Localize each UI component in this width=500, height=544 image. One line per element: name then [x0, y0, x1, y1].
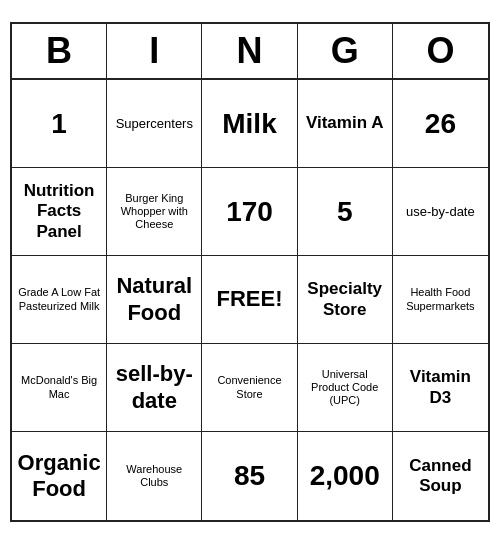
cell-text: use-by-date — [406, 204, 475, 220]
bingo-cell: 2,000 — [298, 432, 393, 520]
cell-text: FREE! — [216, 286, 282, 312]
bingo-cell: Milk — [202, 80, 297, 168]
cell-text: Natural Food — [111, 273, 197, 326]
cell-text: Burger King Whopper with Cheese — [111, 192, 197, 232]
bingo-cell: Health Food Supermarkets — [393, 256, 488, 344]
bingo-cell: Vitamin D3 — [393, 344, 488, 432]
cell-text: 26 — [425, 107, 456, 141]
header-letter: O — [393, 24, 488, 78]
bingo-grid: 1SupercentersMilkVitamin A26Nutrition Fa… — [12, 80, 488, 520]
bingo-cell: 1 — [12, 80, 107, 168]
bingo-cell: McDonald's Big Mac — [12, 344, 107, 432]
cell-text: 170 — [226, 195, 273, 229]
cell-text: Convenience Store — [206, 374, 292, 400]
bingo-cell: Vitamin A — [298, 80, 393, 168]
header-letter: N — [202, 24, 297, 78]
cell-text: 5 — [337, 195, 353, 229]
cell-text: Grade A Low Fat Pasteurized Milk — [16, 286, 102, 312]
bingo-cell: Nutrition Facts Panel — [12, 168, 107, 256]
bingo-cell: Grade A Low Fat Pasteurized Milk — [12, 256, 107, 344]
cell-text: Vitamin A — [306, 113, 383, 133]
bingo-cell: use-by-date — [393, 168, 488, 256]
bingo-cell: sell-by-date — [107, 344, 202, 432]
cell-text: 1 — [51, 107, 67, 141]
bingo-cell: 85 — [202, 432, 297, 520]
bingo-cell: FREE! — [202, 256, 297, 344]
bingo-cell: Organic Food — [12, 432, 107, 520]
bingo-cell: Convenience Store — [202, 344, 297, 432]
bingo-cell: Warehouse Clubs — [107, 432, 202, 520]
cell-text: McDonald's Big Mac — [16, 374, 102, 400]
header-letter: G — [298, 24, 393, 78]
cell-text: 2,000 — [310, 459, 380, 493]
cell-text: Milk — [222, 107, 276, 141]
bingo-header: BINGO — [12, 24, 488, 80]
bingo-card: BINGO 1SupercentersMilkVitamin A26Nutrit… — [10, 22, 490, 522]
header-letter: B — [12, 24, 107, 78]
cell-text: Specialty Store — [302, 279, 388, 320]
cell-text: Organic Food — [16, 450, 102, 503]
bingo-cell: 170 — [202, 168, 297, 256]
bingo-cell: Burger King Whopper with Cheese — [107, 168, 202, 256]
cell-text: Supercenters — [116, 116, 193, 132]
bingo-cell: Universal Product Code (UPC) — [298, 344, 393, 432]
cell-text: sell-by-date — [111, 361, 197, 414]
cell-text: Canned Soup — [397, 456, 484, 497]
bingo-cell: 26 — [393, 80, 488, 168]
cell-text: Health Food Supermarkets — [397, 286, 484, 312]
cell-text: 85 — [234, 459, 265, 493]
cell-text: Vitamin D3 — [397, 367, 484, 408]
bingo-cell: Specialty Store — [298, 256, 393, 344]
bingo-cell: Supercenters — [107, 80, 202, 168]
cell-text: Warehouse Clubs — [111, 463, 197, 489]
bingo-cell: Canned Soup — [393, 432, 488, 520]
bingo-cell: Natural Food — [107, 256, 202, 344]
cell-text: Nutrition Facts Panel — [16, 181, 102, 242]
header-letter: I — [107, 24, 202, 78]
cell-text: Universal Product Code (UPC) — [302, 368, 388, 408]
bingo-cell: 5 — [298, 168, 393, 256]
